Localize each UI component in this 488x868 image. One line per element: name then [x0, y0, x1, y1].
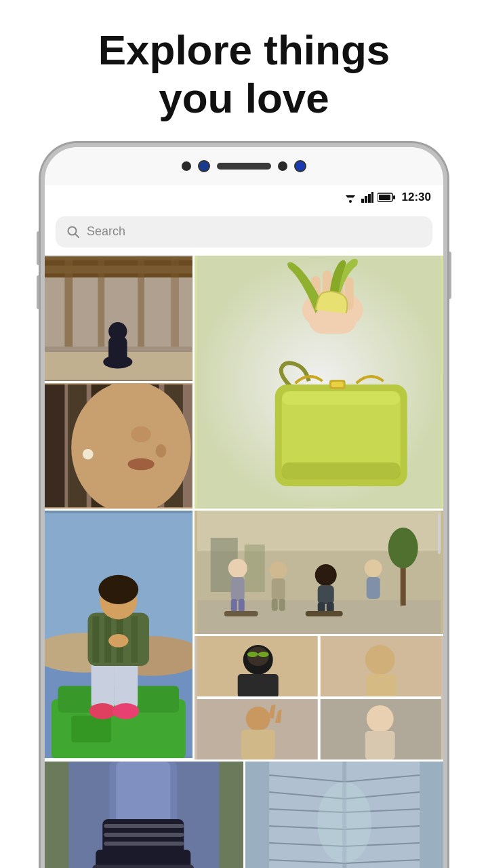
- svg-point-70: [108, 634, 128, 648]
- svg-rect-90: [224, 611, 258, 616]
- svg-rect-125: [104, 842, 184, 846]
- svg-point-35: [127, 458, 154, 470]
- svg-rect-78: [230, 599, 237, 612]
- svg-rect-86: [317, 602, 325, 612]
- svg-point-98: [247, 652, 258, 657]
- grid-image-7[interactable]: [45, 762, 243, 868]
- svg-rect-111: [197, 696, 441, 699]
- grid-image-2[interactable]: [195, 256, 443, 509]
- phone-shell: 12:30 Search: [41, 143, 447, 868]
- search-icon: [66, 225, 80, 239]
- svg-point-60: [89, 703, 116, 719]
- search-placeholder: Search: [87, 224, 125, 239]
- front-camera: [198, 160, 210, 172]
- grid-image-3[interactable]: [45, 383, 192, 509]
- camera-led: [182, 161, 191, 171]
- battery-icon: [378, 193, 395, 202]
- svg-rect-123: [104, 824, 184, 828]
- svg-rect-59: [115, 659, 138, 709]
- svg-rect-79: [238, 599, 244, 612]
- svg-point-93: [388, 528, 418, 568]
- svg-point-24: [108, 321, 127, 340]
- status-time: 12:30: [402, 191, 431, 204]
- grid-image-4[interactable]: [45, 511, 192, 758]
- svg-point-80: [269, 561, 287, 579]
- svg-line-11: [75, 234, 79, 237]
- grid-image-1[interactable]: [45, 256, 192, 381]
- svg-rect-67: [131, 616, 138, 663]
- svg-rect-124: [104, 833, 184, 837]
- sensor: [278, 161, 287, 171]
- svg-point-144: [317, 782, 371, 863]
- svg-rect-50: [331, 382, 343, 387]
- svg-rect-23: [108, 336, 127, 364]
- wifi-icon: [344, 192, 357, 203]
- search-bar-container: Search: [45, 210, 443, 256]
- svg-rect-4: [365, 196, 367, 203]
- svg-rect-81: [271, 578, 285, 600]
- grid-image-6[interactable]: [195, 636, 443, 760]
- svg-point-105: [245, 707, 270, 731]
- svg-rect-58: [92, 659, 115, 709]
- grid-image-8[interactable]: [245, 762, 444, 868]
- svg-rect-85: [317, 585, 333, 604]
- svg-rect-117: [92, 865, 194, 868]
- svg-rect-9: [393, 195, 395, 199]
- power-button[interactable]: [447, 252, 451, 299]
- search-bar[interactable]: Search: [56, 216, 432, 248]
- camera-dot-2: [294, 160, 306, 172]
- svg-point-61: [113, 703, 139, 719]
- svg-rect-6: [371, 192, 373, 203]
- svg-rect-57: [71, 715, 111, 742]
- svg-point-84: [314, 564, 336, 586]
- svg-rect-5: [368, 194, 371, 203]
- svg-point-108: [366, 705, 393, 732]
- svg-rect-96: [237, 674, 278, 698]
- svg-point-34: [156, 444, 167, 458]
- svg-rect-3: [361, 199, 364, 203]
- svg-rect-47: [281, 391, 400, 405]
- svg-point-36: [83, 449, 94, 460]
- svg-point-33: [131, 426, 150, 442]
- svg-rect-64: [93, 616, 100, 663]
- svg-point-32: [71, 383, 190, 509]
- svg-rect-8: [379, 195, 390, 200]
- svg-rect-82: [271, 599, 277, 611]
- svg-point-76: [228, 559, 247, 578]
- svg-rect-48: [281, 462, 400, 479]
- svg-rect-103: [319, 636, 441, 698]
- svg-rect-83: [279, 599, 285, 611]
- svg-rect-75: [244, 545, 264, 592]
- svg-rect-26: [45, 384, 64, 507]
- svg-rect-77: [230, 577, 244, 601]
- svg-point-88: [364, 559, 382, 577]
- svg-point-99: [258, 652, 268, 657]
- phone-notch: [45, 147, 443, 185]
- signal-icon: [361, 192, 373, 203]
- grid-image-5[interactable]: [195, 511, 443, 634]
- svg-rect-106: [241, 730, 274, 760]
- svg-rect-109: [365, 731, 394, 760]
- svg-rect-87: [326, 602, 333, 612]
- status-bar: 12:30: [45, 185, 443, 210]
- speaker: [217, 163, 271, 170]
- phone-screen: Search: [45, 210, 443, 868]
- svg-rect-91: [305, 611, 342, 616]
- svg-point-2: [349, 200, 352, 203]
- hero-title: Explore things you love: [58, 26, 431, 123]
- scrollbar[interactable]: [438, 513, 441, 554]
- svg-rect-89: [366, 577, 380, 599]
- svg-point-69: [98, 574, 138, 604]
